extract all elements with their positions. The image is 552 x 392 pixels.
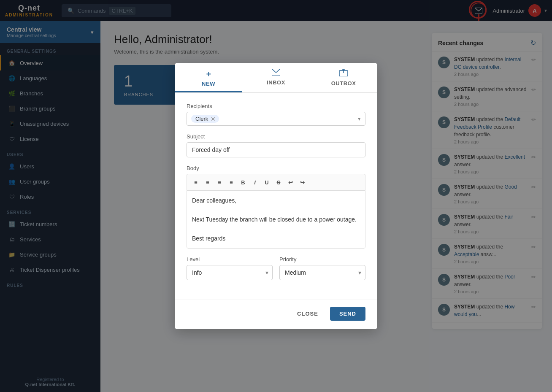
body-label: Body	[187, 165, 365, 171]
new-tab-label: NEW	[202, 81, 215, 87]
underline-btn[interactable]: U	[261, 177, 272, 188]
outbox-tab-label: OUTBOX	[331, 80, 356, 87]
body-group: Body ≡ ≡ ≡ ≡ B I U S ↩ ↪ Dear colleagues…	[187, 165, 365, 249]
align-left-btn[interactable]: ≡	[190, 177, 201, 188]
modal-body: Recipients Clerk ✕ ▾ Subject Body ≡	[175, 93, 377, 296]
strikethrough-btn[interactable]: S	[273, 177, 284, 188]
align-justify-btn[interactable]: ≡	[226, 177, 237, 188]
tab-outbox[interactable]: OUTBOX	[310, 63, 377, 92]
outbox-tab-icon	[339, 69, 348, 78]
recipient-remove-icon[interactable]: ✕	[211, 116, 216, 122]
close-button[interactable]: CLOSE	[290, 307, 325, 321]
level-priority-row: Level Info Warning Error Priority Low	[187, 256, 365, 288]
priority-group: Priority Low Medium High	[279, 256, 365, 280]
redo-btn[interactable]: ↪	[297, 177, 308, 188]
recipients-group: Recipients Clerk ✕ ▾	[187, 103, 365, 126]
italic-btn[interactable]: I	[249, 177, 260, 188]
level-select-wrapper: Info Warning Error	[187, 265, 273, 280]
tab-inbox[interactable]: INBOX	[242, 63, 310, 92]
level-select[interactable]: Info Warning Error	[187, 265, 273, 280]
editor-toolbar: ≡ ≡ ≡ ≡ B I U S ↩ ↪	[187, 174, 365, 190]
inbox-tab-label: INBOX	[267, 79, 285, 86]
undo-btn[interactable]: ↩	[285, 177, 296, 188]
new-tab-icon: ＋	[205, 69, 213, 79]
modal-footer: CLOSE SEND	[175, 300, 377, 329]
recipients-label: Recipients	[187, 103, 365, 109]
recipient-clerk-name: Clerk	[195, 116, 208, 122]
tab-new[interactable]: ＋ NEW	[175, 63, 242, 92]
body-editor[interactable]: Dear colleagues, Next Tuesday the branch…	[187, 190, 365, 249]
level-label: Level	[187, 256, 273, 262]
send-button[interactable]: SEND	[330, 307, 365, 321]
priority-select-wrapper: Low Medium High	[279, 265, 365, 280]
modal-tabs: ＋ NEW INBOX	[175, 63, 377, 93]
subject-group: Subject	[187, 133, 365, 157]
priority-label: Priority	[279, 256, 365, 262]
align-right-btn[interactable]: ≡	[214, 177, 225, 188]
priority-select[interactable]: Low Medium High	[279, 265, 365, 280]
subject-input[interactable]	[187, 142, 365, 157]
align-center-btn[interactable]: ≡	[202, 177, 213, 188]
bold-btn[interactable]: B	[238, 177, 249, 188]
recipients-field[interactable]: Clerk ✕ ▾	[187, 112, 365, 126]
recipients-dropdown-icon[interactable]: ▾	[358, 116, 361, 122]
level-group: Level Info Warning Error	[187, 256, 273, 280]
subject-label: Subject	[187, 133, 365, 140]
inbox-tab-icon	[272, 69, 280, 78]
modal-overlay[interactable]: ＋ NEW INBOX	[0, 0, 552, 392]
recipient-clerk-tag: Clerk ✕	[191, 115, 219, 123]
compose-modal: ＋ NEW INBOX	[175, 63, 377, 329]
